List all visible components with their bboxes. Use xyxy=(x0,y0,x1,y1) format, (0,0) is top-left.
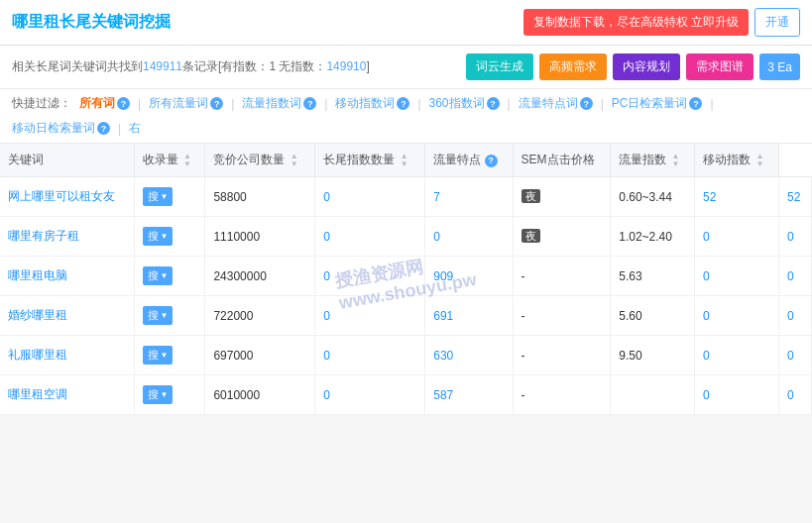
filter-mobile-daily[interactable]: 移动日检索量词 ? xyxy=(12,120,110,137)
sort-traffic-icon[interactable]: ▲▼ xyxy=(672,153,680,168)
table-wrapper: 授渔资源网 www.shouyu.pw 关键词 收录量 ▲▼ 竞价公司数量 ▲▼ xyxy=(0,144,812,415)
cell-keyword: 哪里有房子租 xyxy=(0,217,134,257)
mobile-index-link[interactable]: 0 xyxy=(787,349,794,363)
mobile-index-link[interactable]: 0 xyxy=(787,309,794,323)
filter-traffic-feature-label: 流量特点词 xyxy=(519,95,578,112)
search-button[interactable]: 搜 ▼ xyxy=(143,227,174,246)
cell-keyword: 哪里租空调 xyxy=(0,375,134,415)
competitors-link[interactable]: 0 xyxy=(323,349,330,363)
longtail-link[interactable]: 691 xyxy=(433,309,453,323)
traffic-index-link[interactable]: 0 xyxy=(703,309,710,323)
upgrade-button[interactable]: 复制数据下载，尽在高级特权 立即升级 xyxy=(523,9,749,36)
table-row: 礼服哪里租 搜 ▼ 697000 0 630 - 9.50 0 0 xyxy=(0,336,812,375)
competitors-link[interactable]: 0 xyxy=(323,190,330,204)
open-button[interactable]: 开通 xyxy=(754,8,800,37)
mobile-index-link[interactable]: 52 xyxy=(787,190,800,204)
filter-all-traffic[interactable]: 所有流量词 ? xyxy=(149,95,223,112)
longtail-link[interactable]: 0 xyxy=(433,230,440,244)
filter-all[interactable]: 所有词 ? xyxy=(79,95,130,112)
highfreq-button[interactable]: 高频需求 xyxy=(539,53,607,80)
competitors-link[interactable]: 0 xyxy=(323,388,330,402)
keyword-link[interactable]: 网上哪里可以租女友 xyxy=(8,189,115,203)
feature-dash: - xyxy=(522,309,525,323)
keyword-link[interactable]: 哪里租空调 xyxy=(8,387,67,401)
filter-more[interactable]: 右 xyxy=(129,120,141,137)
cell-indexed: 58800 xyxy=(205,177,315,217)
traffic-index-link[interactable]: 52 xyxy=(703,190,716,204)
table-row: 哪里租空调 搜 ▼ 6010000 0 587 - 0 0 xyxy=(0,375,812,415)
search-button[interactable]: 搜 ▼ xyxy=(143,306,174,325)
sem-price-value: 5.60 xyxy=(619,309,641,323)
sort-longtail-icon[interactable]: ▲▼ xyxy=(401,153,408,168)
cell-traffic-feature: - xyxy=(513,336,611,375)
cell-indexed: 24300000 xyxy=(205,257,315,296)
cell-sem-price: 1.02~2.40 xyxy=(611,217,695,257)
search-button[interactable]: 搜 ▼ xyxy=(143,346,174,365)
content-button[interactable]: 内容规划 xyxy=(613,53,680,80)
longtail-link[interactable]: 630 xyxy=(433,349,453,363)
filter-all-traffic-label: 所有流量词 xyxy=(149,95,208,112)
search-button[interactable]: 搜 ▼ xyxy=(143,266,174,285)
cell-traffic-index: 0 xyxy=(695,257,779,296)
competitors-link[interactable]: 0 xyxy=(323,309,330,323)
cell-sem-price xyxy=(611,375,695,415)
filter-360-index[interactable]: 360指数词 ? xyxy=(429,95,500,112)
dropdown-arrow: ▼ xyxy=(161,232,169,241)
sem-price-value: 5.63 xyxy=(619,269,641,283)
keyword-link[interactable]: 哪里有房子租 xyxy=(8,229,79,243)
longtail-link[interactable]: 909 xyxy=(433,269,453,283)
night-tag: 夜 xyxy=(522,189,540,203)
mobile-index-link[interactable]: 0 xyxy=(787,230,794,244)
keyword-link[interactable]: 礼服哪里租 xyxy=(8,348,67,362)
cell-sem-price: 9.50 xyxy=(611,336,695,375)
result-info: 相关长尾词关键词共找到149911条记录[有指数：1 无指数：149910] xyxy=(12,58,370,75)
keyword-link[interactable]: 哪里租电脑 xyxy=(8,268,67,282)
cell-traffic-feature: - xyxy=(513,296,611,336)
sem-price-value: 0.60~3.44 xyxy=(619,190,672,204)
sort-competitors-icon[interactable]: ▲▼ xyxy=(290,153,298,168)
dropdown-arrow: ▼ xyxy=(161,351,169,360)
no-index-link[interactable]: 149910 xyxy=(326,59,366,73)
filter-traffic-feature[interactable]: 流量特点词 ? xyxy=(519,95,593,112)
cell-longtail: 630 xyxy=(425,336,513,375)
longtail-link[interactable]: 7 xyxy=(433,190,440,204)
filter-mobile-index-label: 移动指数词 xyxy=(335,95,395,112)
demand-button[interactable]: 需求图谱 xyxy=(686,53,754,80)
cell-traffic-index: 52 xyxy=(695,177,779,217)
competitors-link[interactable]: 0 xyxy=(323,269,330,283)
traffic-index-link[interactable]: 0 xyxy=(703,269,710,283)
3ea-button[interactable]: 3 Ea xyxy=(759,53,800,80)
cell-longtail: 909 xyxy=(425,257,513,296)
sort-indexed-icon[interactable]: ▲▼ xyxy=(183,153,191,168)
cell-search-btn: 搜 ▼ xyxy=(134,177,205,217)
filter-mobile-index[interactable]: 移动指数词 ? xyxy=(335,95,409,112)
traffic-index-link[interactable]: 0 xyxy=(703,349,710,363)
cell-search-btn: 搜 ▼ xyxy=(134,257,205,296)
mobile-index-link[interactable]: 0 xyxy=(787,388,794,402)
search-button[interactable]: 搜 ▼ xyxy=(143,187,174,206)
cell-traffic-index: 0 xyxy=(695,217,779,257)
longtail-link[interactable]: 587 xyxy=(433,388,453,402)
keywords-table: 关键词 收录量 ▲▼ 竞价公司数量 ▲▼ 长尾指数数量 ▲▼ xyxy=(0,144,812,415)
dropdown-arrow: ▼ xyxy=(161,271,169,280)
cell-indexed: 722000 xyxy=(205,296,315,336)
result-suffix: ] xyxy=(366,59,369,73)
traffic-index-link[interactable]: 0 xyxy=(703,230,710,244)
table-row: 婚纱哪里租 搜 ▼ 722000 0 691 - 5.60 0 0 xyxy=(0,296,812,336)
competitors-link[interactable]: 0 xyxy=(323,230,330,244)
search-button[interactable]: 搜 ▼ xyxy=(143,385,174,404)
cell-search-btn: 搜 ▼ xyxy=(134,296,205,336)
filter-traffic-index[interactable]: 流量指数词 ? xyxy=(242,95,316,112)
keyword-link[interactable]: 婚纱哪里租 xyxy=(8,308,67,322)
mobile-index-link[interactable]: 0 xyxy=(787,269,794,283)
sem-price-value: 9.50 xyxy=(619,349,641,363)
indexed-value: 697000 xyxy=(213,349,253,363)
total-count-link[interactable]: 149911 xyxy=(143,59,182,73)
traffic-index-link[interactable]: 0 xyxy=(703,388,710,402)
table-container: 关键词 收录量 ▲▼ 竞价公司数量 ▲▼ 长尾指数数量 ▲▼ xyxy=(0,144,812,415)
wordcloud-button[interactable]: 词云生成 xyxy=(466,53,533,80)
sort-mobile-icon[interactable]: ▲▼ xyxy=(755,153,763,168)
indexed-value: 24300000 xyxy=(213,269,266,283)
col-keyword: 关键词 xyxy=(0,144,134,177)
filter-pc-daily[interactable]: PC日检索量词 ? xyxy=(612,95,703,112)
